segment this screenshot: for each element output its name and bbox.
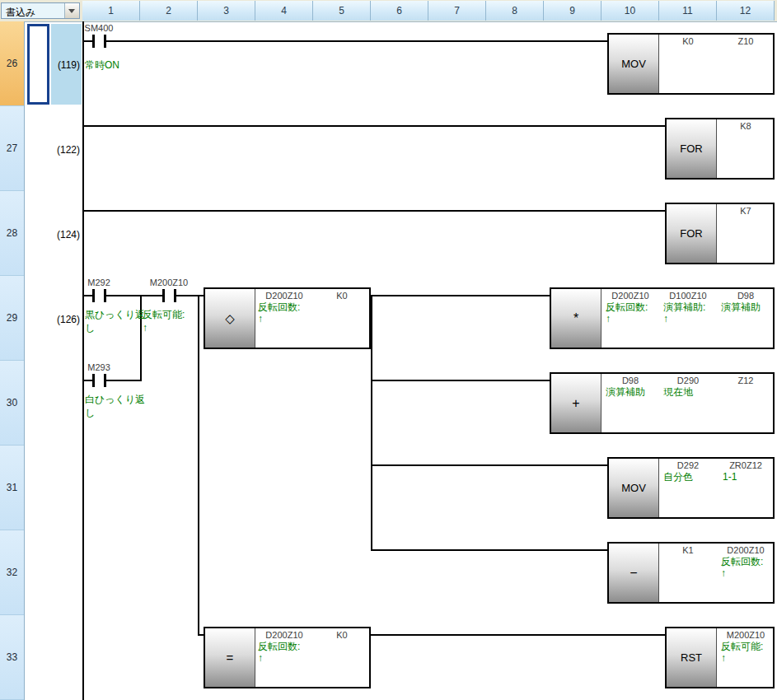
contact-m293-bar xyxy=(104,374,106,387)
contact-m293-bar xyxy=(92,374,95,387)
row-number-30[interactable]: 30 xyxy=(0,361,24,446)
instruction-multiply-29[interactable]: * D200Z10 D100Z10 D98 反転回数: ↑ 演算補助: ↑ 演算… xyxy=(550,287,775,349)
operand-comment: 自分色 xyxy=(663,471,693,483)
rung27-wire xyxy=(82,125,665,127)
ladder-editor-window: 書込み 1 2 3 4 5 6 7 8 9 10 11 12 26 27 28 … xyxy=(0,0,777,700)
rung30-parallel-wire xyxy=(82,380,140,381)
instruction-symbol: RST xyxy=(667,628,717,687)
contact-sm400[interactable]: SM400 xyxy=(66,23,132,33)
column-header-12: 12 xyxy=(717,1,775,21)
row-number-33[interactable]: 33 xyxy=(0,615,24,700)
instruction-mov-31[interactable]: MOV D292 ZR0Z12 自分色 1-1 xyxy=(607,457,775,519)
row-number-32[interactable]: 32 xyxy=(0,530,24,615)
operand-comment: 反転可能: xyxy=(721,641,763,652)
row-number-29[interactable]: 29 xyxy=(0,276,24,361)
mode-label: 書込み xyxy=(6,6,35,20)
operand-comment: ↑ xyxy=(258,313,263,324)
rung33-wire-right xyxy=(371,634,665,636)
operand: K0 xyxy=(313,630,371,640)
operand-comment: ↑ xyxy=(258,652,263,664)
contact-gap xyxy=(95,40,104,43)
instruction-symbol: MOV xyxy=(609,35,659,93)
contact-m200z10[interactable]: M200Z10 xyxy=(136,278,202,287)
rung28-wire xyxy=(82,210,665,212)
operand-comment: 反転回数: xyxy=(721,556,763,567)
operand: D200Z10 xyxy=(255,630,313,640)
column-header-11: 11 xyxy=(659,1,717,21)
row-number-27[interactable]: 27 xyxy=(0,106,24,191)
operand: K0 xyxy=(313,291,371,301)
operand-comment: 反転回数: xyxy=(258,641,300,652)
step-number-119: (119) xyxy=(45,59,80,71)
step-number-122: (122) xyxy=(45,144,80,156)
operand: K7 xyxy=(717,206,775,216)
operand: D100Z10 xyxy=(659,291,717,301)
left-power-rail xyxy=(82,21,84,700)
operand-comment: 演算補助 xyxy=(721,301,761,313)
operand-comment: ↑ xyxy=(606,313,611,324)
instruction-for-27[interactable]: FOR K8 xyxy=(665,118,775,180)
comment-m292-line1: 黒ひっくり返 xyxy=(85,309,145,321)
mode-dropdown-button[interactable] xyxy=(64,3,79,18)
operand: ZR0Z12 xyxy=(717,460,775,470)
operand: K0 xyxy=(659,36,717,46)
mode-dropdown[interactable]: 書込み xyxy=(1,2,80,19)
column-header-7: 7 xyxy=(428,1,486,21)
step-number-124: (124) xyxy=(45,229,80,240)
comment-sm400: 常時ON xyxy=(85,59,119,72)
instruction-equal-33[interactable]: = D200Z10 K0 反転回数: ↑ xyxy=(204,627,371,688)
row-number-31[interactable]: 31 xyxy=(0,446,24,530)
operand-comment: 演算補助: xyxy=(663,301,705,313)
instruction-add-30[interactable]: + D98 D290 Z12 演算補助 現在地 xyxy=(550,372,775,434)
operand: K8 xyxy=(717,121,775,131)
operand-comment: 1-1 xyxy=(723,471,737,483)
contact-gap xyxy=(165,294,174,297)
rung30-branch-wire xyxy=(371,380,550,381)
operand-comment: 反転回数: xyxy=(606,301,648,313)
operand: Z12 xyxy=(717,376,775,385)
comment-m200z10-line2: ↑ xyxy=(143,322,147,334)
rung31-branch-wire xyxy=(371,464,607,466)
instruction-symbol: − xyxy=(609,544,659,602)
rung32-branch-wire xyxy=(371,549,607,551)
column-header-10: 10 xyxy=(601,1,659,21)
branch-vertical-left xyxy=(198,295,199,636)
contact-m200z10-bar xyxy=(174,289,176,302)
comment-m293-line1: 白ひっくり返 xyxy=(85,394,145,406)
column-header-6: 6 xyxy=(371,1,428,21)
instruction-symbol: * xyxy=(551,289,601,348)
operand-comment: 反転回数: xyxy=(258,301,300,313)
contact-m200z10-bar xyxy=(162,289,165,302)
contact-sm400-bar xyxy=(92,35,95,48)
operand: D292 xyxy=(659,460,717,470)
contact-m292-bar xyxy=(104,289,106,302)
instruction-for-28[interactable]: FOR K7 xyxy=(665,203,775,264)
contact-m293[interactable]: M293 xyxy=(66,362,132,372)
instruction-rst-33[interactable]: RST M200Z10 反転可能: ↑ xyxy=(665,627,775,688)
operand-comment: 演算補助 xyxy=(606,386,645,398)
instruction-symbol: ◇ xyxy=(205,289,255,348)
column-header-4: 4 xyxy=(255,1,313,21)
instruction-symbol: FOR xyxy=(667,119,717,178)
column-header-1: 1 xyxy=(82,1,140,21)
contact-gap xyxy=(95,379,104,382)
comment-m292-line2: し xyxy=(85,322,95,334)
operand: D200Z10 xyxy=(717,545,775,555)
operand: D98 xyxy=(717,291,775,301)
row-number-26[interactable]: 26 xyxy=(0,21,24,106)
rung29-wire-right xyxy=(371,295,550,296)
branch-vertical-right xyxy=(371,295,372,551)
operand: K1 xyxy=(659,545,717,555)
instruction-compare-29[interactable]: ◇ D200Z10 K0 反転回数: ↑ xyxy=(204,287,371,349)
instruction-mov-26[interactable]: MOV K0 Z10 xyxy=(607,33,775,95)
operand-comment: ↑ xyxy=(663,313,668,324)
operand: Z10 xyxy=(717,36,775,46)
contact-m292-bar xyxy=(92,289,95,302)
row-number-28[interactable]: 28 xyxy=(0,191,24,276)
instruction-subtract-32[interactable]: − K1 D200Z10 反転回数: ↑ xyxy=(607,542,775,604)
operand: D200Z10 xyxy=(255,291,313,301)
operand: D290 xyxy=(659,376,717,385)
column-header-2: 2 xyxy=(140,1,198,21)
contact-m292[interactable]: M292 xyxy=(66,278,132,287)
step-number-126: (126) xyxy=(45,314,80,325)
